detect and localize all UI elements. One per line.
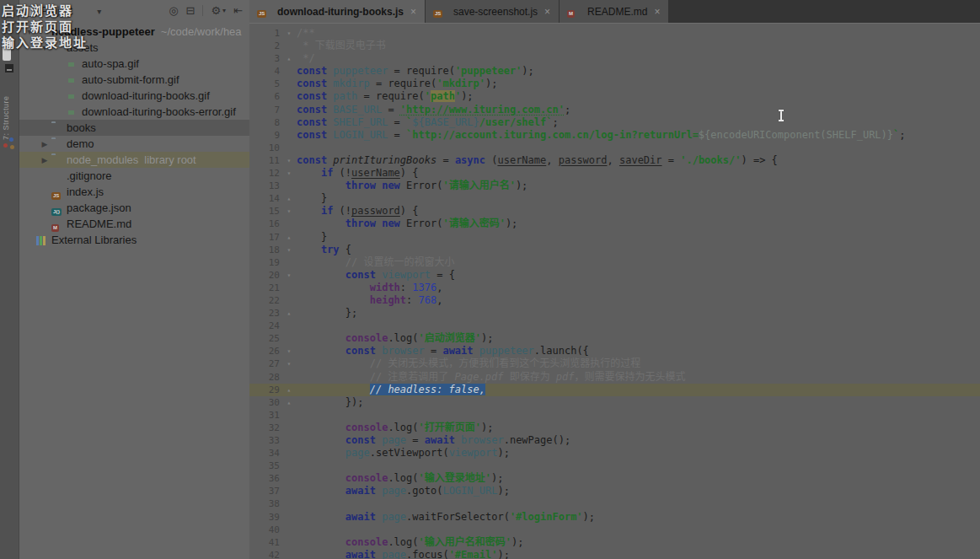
fold-marker-icon[interactable]: ▾ [281,27,297,40]
line-number: 30 [249,396,281,409]
tree-item-download-ituring-books-error-gif[interactable]: download-ituring-books-error.gif [19,104,249,120]
tree-item-headless-puppeteer[interactable]: ▼headless-puppeteer~/code/work/hea [19,24,249,40]
tree-item-label: demo [67,137,94,150]
code-editor[interactable]: 1▾/**2 * 下载图灵电子书3▴ */4const puppeteer = … [249,24,980,559]
line-number: 34 [249,447,281,460]
hide-panel-icon[interactable]: ⇤ [233,4,243,17]
fold-marker-icon[interactable]: ▾ [281,345,297,357]
fold-gutter [281,116,297,129]
fold-marker-icon[interactable]: ▴ [281,231,297,244]
tree-item-label: download-ituring-books.gif [82,89,210,102]
fold-gutter [281,524,297,536]
stripe-colored-icon[interactable] [10,145,14,149]
fold-marker-icon[interactable]: ▴ [281,192,297,205]
code-line: 27▾ // 关闭无头模式，方便我们看到这个无头浏览器执行的过程 [249,357,980,370]
fold-marker-icon[interactable]: ▾ [281,357,297,370]
tree-item-node-modules[interactable]: ▶node_moduleslibrary root [19,152,249,168]
code-line: 8const SHELF_URL = `${BASE_URL}/user/she… [249,116,980,129]
project-panel-title[interactable]: Project [41,5,72,17]
fold-marker-icon[interactable]: ▾ [281,244,297,256]
code-line: 24 [249,320,980,332]
tree-item-index-js[interactable]: JSindex.js [19,184,249,200]
editor-tab[interactable]: MREADME.md× [560,0,669,23]
code-text: console.log('启动浏览器'); [297,332,980,345]
project-tool-tab[interactable] [3,40,11,61]
gear-icon[interactable]: ⚙ [211,4,221,17]
tree-item-label: README.md [67,218,131,230]
tree-item-demo[interactable]: ▶demo [19,136,249,152]
close-icon[interactable]: × [410,6,416,18]
code-text: const printIturingBooks = async (userNam… [297,154,980,167]
tree-expand-icon[interactable]: ▶ [38,140,51,148]
code-text: // 注意若调用了 Page.pdf 即保存为 pdf，则需要保持为无头模式 [297,371,980,384]
code-text: console.log('输入登录地址'); [297,472,980,485]
tree-item-package-json[interactable]: J{}package.json [19,200,249,216]
folder-icon [51,43,63,53]
code-line: 7const BASE_URL = 'http://www.ituring.co… [249,104,980,116]
structure-tool-tab[interactable]: 7: Structure [2,81,17,140]
tree-expand-icon[interactable]: ▼ [38,44,51,52]
tree-expand-icon[interactable]: ▶ [38,156,51,164]
fold-marker-icon[interactable]: ▾ [281,154,297,167]
editor-area: JSdownload-ituring-books.js×JSsave-scree… [249,0,980,559]
line-number: 8 [249,116,281,129]
fold-gutter [281,536,297,549]
image-icon [67,107,78,117]
tree-item-readme-md[interactable]: MREADME.md [19,216,249,232]
fold-gutter [281,65,297,78]
line-number: 25 [249,332,281,345]
stripe-colored-icon[interactable] [3,143,8,148]
code-text: const BASE_URL = 'http://www.ituring.com… [297,104,980,116]
fold-marker-icon[interactable]: ▴ [281,384,297,396]
tree-item--gitignore[interactable]: .gitignore [19,168,249,184]
code-line: 14▴ } [249,192,980,205]
tree-item-download-ituring-books-gif[interactable]: download-ituring-books.gif [19,88,249,104]
fold-marker-icon[interactable]: ▴ [281,307,297,320]
tree-item-suffix: ~/code/work/hea [161,25,242,38]
line-number: 11 [249,154,281,167]
fold-marker-icon[interactable]: ▾ [281,269,297,282]
code-text: const browser = await puppeteer.launch({ [297,345,980,357]
tree-item-books[interactable]: books [19,120,249,136]
fold-gutter [281,218,297,230]
fold-gutter [281,497,297,510]
code-line: 30▴ }); [249,396,980,409]
fold-gutter [281,78,297,90]
fold-marker-icon[interactable]: ▾ [281,205,297,218]
project-panel-header: Project ▾ ◎ ⊟ ⚙ ▾ ⇤ [19,0,249,23]
code-text: await page.focus('#Email'); [297,549,980,559]
fold-marker-icon[interactable]: ▴ [281,52,297,65]
code-text: page.setViewport(viewport); [297,447,980,460]
fold-marker-icon[interactable]: ▾ [281,167,297,180]
tree-expand-icon[interactable]: ▼ [23,28,36,36]
chevron-down-icon[interactable]: ▾ [97,7,101,16]
code-text [297,524,980,536]
tool-window-stripe: 7: Structure [0,0,19,559]
tree-item-assets[interactable]: ▼assets [19,40,249,56]
tool-window-icon[interactable] [5,64,13,73]
tree-item-auto-submit-form-gif[interactable]: auto-submit-form.gif [19,72,249,88]
close-icon[interactable]: × [654,6,660,18]
line-number: 29 [249,384,281,396]
close-icon[interactable]: × [544,6,550,18]
code-text [297,409,980,422]
editor-tab[interactable]: JSsave-screenshot.js× [426,0,560,23]
code-line: 23▴ }; [249,307,980,320]
mouse-ibeam-cursor [778,110,785,121]
locate-icon[interactable]: ◎ [169,4,178,17]
code-line: 11▾const printIturingBooks = async (user… [249,154,980,167]
line-number: 7 [249,104,281,116]
code-line: 19 // 设置统一的视窗大小 [249,256,980,269]
fold-gutter [281,447,297,460]
js-file-icon: JS [257,6,269,17]
tree-item-auto-spa-gif[interactable]: auto-spa.gif [19,56,249,72]
stripe-colored-icon[interactable] [9,137,13,142]
tree-item-external-libraries[interactable]: External Libraries [19,232,249,248]
code-line: 6const path = require('path'); [249,90,980,103]
tree-item-label: books [67,121,96,134]
editor-tab[interactable]: JSdownload-ituring-books.js× [249,0,426,23]
project-tree: ▼headless-puppeteer~/code/work/hea▼asset… [19,24,249,248]
collapse-all-icon[interactable]: ⊟ [186,4,195,17]
fold-marker-icon[interactable]: ▴ [281,396,297,409]
project-panel: Project ▾ ◎ ⊟ ⚙ ▾ ⇤ ▼headless-puppeteer~… [19,0,249,559]
